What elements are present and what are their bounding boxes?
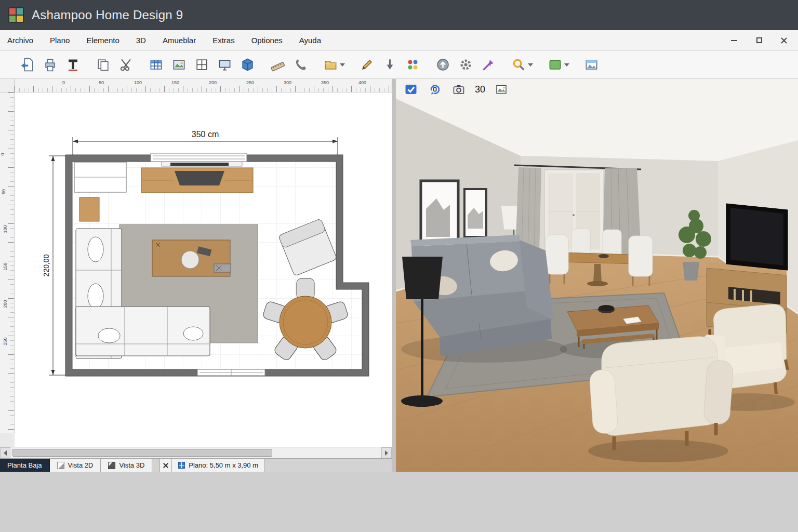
camera-angle-value[interactable]: 30	[475, 84, 485, 95]
horizontal-ruler: 0 50 100 150 200 250 300 350 400	[15, 79, 392, 92]
dimension-height: 220,00	[42, 156, 65, 375]
folder-open-button[interactable]	[319, 54, 342, 76]
arrow-down-icon	[383, 58, 397, 72]
horizontal-scrollbar[interactable]	[0, 447, 392, 458]
title-bar: Ashampoo Home Design 9	[0, 0, 798, 30]
dropdown-caret-icon[interactable]	[340, 63, 345, 66]
folder-open-icon	[324, 58, 338, 72]
layer-green-button[interactable]	[543, 54, 566, 76]
copy-icon	[96, 58, 110, 72]
coffee-table-plan[interactable]	[152, 240, 231, 276]
text-icon	[66, 58, 80, 72]
height-dimension-label: 220,00	[42, 254, 50, 276]
vista-3d-icon	[108, 462, 115, 469]
window-bottom[interactable]	[197, 369, 265, 376]
tab-label: Vista 2D	[68, 461, 94, 469]
camera-icon	[453, 83, 465, 96]
ruler-label: 150	[171, 80, 179, 85]
print-icon	[43, 58, 57, 72]
palette-button[interactable]	[401, 54, 424, 76]
measure-button[interactable]	[266, 54, 289, 76]
plan-size-label: Plano: 5,50 m x 3,90 m	[189, 461, 258, 469]
scrollbar-thumb[interactable]	[12, 449, 272, 457]
import-image-button[interactable]	[16, 54, 38, 76]
close-icon[interactable]	[779, 36, 789, 45]
table-button[interactable]	[144, 54, 167, 76]
magic-wand-button[interactable]	[477, 54, 500, 76]
upload-circle-button[interactable]	[431, 54, 454, 76]
maximize-icon[interactable]	[754, 36, 764, 45]
snapshot-button[interactable]	[580, 54, 603, 76]
window-top[interactable]	[151, 153, 247, 162]
width-dimension-label: 350 cm	[192, 130, 219, 139]
view-select-button[interactable]	[403, 82, 419, 97]
view-3d-pane[interactable]: 30	[396, 79, 798, 472]
measure-icon	[271, 58, 285, 72]
arrow-down-button[interactable]	[378, 54, 401, 76]
menu-plano[interactable]: Plano	[50, 36, 70, 45]
export-image-button[interactable]	[494, 82, 509, 97]
cut-button[interactable]	[114, 54, 137, 76]
palette-icon	[406, 58, 420, 72]
menu-archivo[interactable]: Archivo	[7, 36, 33, 45]
scroll-left-icon[interactable]	[0, 447, 10, 458]
vista-2d-icon	[57, 462, 64, 469]
gear-button[interactable]	[454, 54, 477, 76]
app-logo-icon	[8, 7, 24, 23]
scroll-right-icon[interactable]	[381, 447, 392, 458]
tab-planta-baja[interactable]: Planta Baja	[0, 459, 50, 472]
ruler-label: 0	[62, 80, 65, 85]
pane-divider[interactable]	[392, 79, 396, 472]
dropdown-caret-icon[interactable]	[564, 63, 569, 66]
menu-optiones[interactable]: Optiones	[251, 36, 283, 45]
menu-ayuda[interactable]: Ayuda	[299, 36, 321, 45]
zoom-button[interactable]	[507, 54, 530, 76]
ruler-label: 300	[284, 80, 291, 85]
menu-3d[interactable]: 3D	[136, 36, 146, 45]
close-plan-button[interactable]	[159, 459, 172, 472]
menu-amueblar[interactable]: Amueblar	[163, 36, 196, 45]
image-button[interactable]	[167, 54, 190, 76]
pencil-button[interactable]	[355, 54, 378, 76]
import-image-icon	[20, 58, 34, 72]
screen-button[interactable]	[213, 54, 236, 76]
camera-button[interactable]	[451, 82, 467, 97]
content-area: 0 50 100 150 200 250 300 350 400 0 50 10…	[0, 79, 798, 472]
cube-3d-button[interactable]	[236, 54, 259, 76]
side-table-plan[interactable]	[79, 197, 99, 221]
upload-circle-icon	[436, 58, 450, 72]
ruler-label: 400	[358, 80, 366, 85]
plan-canvas[interactable]: 350 cm 220,00	[15, 92, 392, 447]
plan-grid-icon	[178, 462, 185, 469]
orbit-button[interactable]	[427, 82, 443, 97]
ruler-label: 200	[3, 300, 8, 308]
window-controls	[729, 36, 798, 45]
grid-button[interactable]	[190, 54, 213, 76]
phone-button[interactable]	[289, 54, 312, 76]
close-icon	[163, 463, 168, 468]
zoom-icon	[512, 58, 526, 72]
render-3d-view[interactable]	[396, 79, 798, 472]
copy-button[interactable]	[91, 54, 114, 76]
dropdown-caret-icon[interactable]	[528, 63, 533, 66]
menu-bar: Archivo Plano Elemento 3D Amueblar Extra…	[0, 30, 798, 51]
view-tab-bar: Planta Baja Vista 2D Vista 3D Plano: 5,5…	[0, 458, 392, 472]
plan-size-status[interactable]: Plano: 5,50 m x 3,90 m	[172, 459, 265, 472]
menu-extras[interactable]: Extras	[212, 36, 235, 45]
grid-icon	[195, 58, 209, 72]
text-button[interactable]	[61, 54, 84, 76]
menu-elemento[interactable]: Elemento	[86, 36, 119, 45]
cut-icon	[119, 58, 133, 72]
tab-vista-3d[interactable]: Vista 3D	[101, 459, 152, 472]
cabinet-plan[interactable]	[74, 162, 126, 192]
layer-green-icon	[548, 58, 562, 72]
main-toolbar	[0, 51, 798, 79]
pencil-icon	[360, 58, 374, 72]
print-button[interactable]	[38, 54, 61, 76]
magic-wand-icon	[482, 58, 496, 72]
minimize-icon[interactable]	[729, 36, 739, 45]
app-window: Ashampoo Home Design 9 Archivo Plano Ele…	[0, 0, 798, 532]
orbit-icon	[429, 83, 441, 96]
tab-vista-2d[interactable]: Vista 2D	[50, 459, 101, 472]
phone-icon	[294, 58, 308, 72]
